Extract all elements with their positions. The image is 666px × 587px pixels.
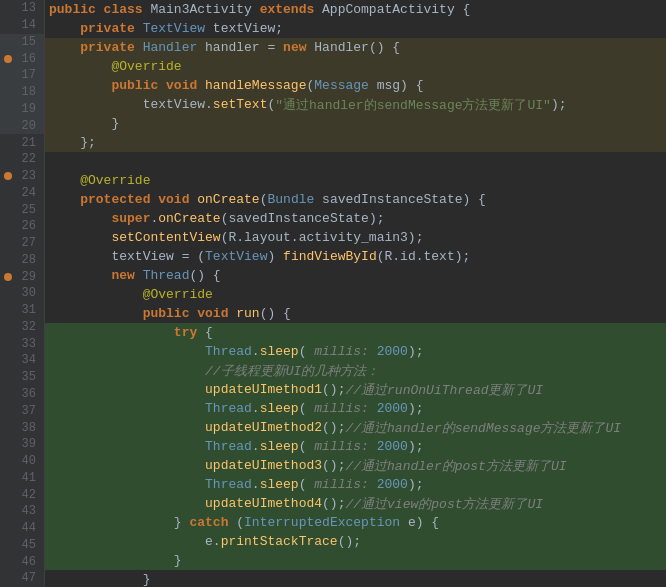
line-30: 30: [0, 285, 44, 302]
super-param: (savedInstanceState);: [221, 211, 385, 226]
keyword-private: private: [80, 40, 142, 55]
code-line-34: Thread.sleep( millis: 2000);: [45, 399, 666, 418]
indent: [49, 458, 205, 473]
keyword-super: super: [111, 211, 150, 226]
code-line-19: }: [45, 114, 666, 133]
fn-sleep: sleep: [260, 344, 299, 359]
line-14: 14: [0, 17, 44, 34]
line-num: 32: [22, 320, 36, 334]
code-line-37: updateUImethod3();//通过handler的post方法更新了U…: [45, 456, 666, 475]
fn-update4: updateUImethod4: [205, 496, 322, 511]
classname: Main3Activity: [150, 2, 259, 17]
line-46: 46: [0, 553, 44, 570]
line-32: 32: [0, 319, 44, 336]
try-brace: {: [205, 325, 213, 340]
line-44: 44: [0, 520, 44, 537]
line-num: 36: [22, 387, 36, 401]
cast-textview: TextView: [205, 249, 267, 264]
indent: [49, 344, 205, 359]
line-40: 40: [0, 453, 44, 470]
line-num: 24: [22, 186, 36, 200]
type-thread-ref: Thread: [205, 344, 252, 359]
code-line-15: private Handler handler = new Handler() …: [45, 38, 666, 57]
line-num: 17: [22, 68, 36, 82]
code-line-33: updateUImethod1();//通过runOnUiThread更新了UI: [45, 380, 666, 399]
fn-printstacktrace: printStackTrace: [221, 534, 338, 549]
keyword-public: public: [49, 2, 104, 17]
code-line-28: @Override: [45, 285, 666, 304]
line-47: 47: [0, 570, 44, 587]
dot: .: [252, 344, 260, 359]
code-line-25: setContentView(R.layout.activity_main3);: [45, 228, 666, 247]
fn-settext: setText: [213, 97, 268, 112]
line-num: 35: [22, 370, 36, 384]
code-line-36: Thread.sleep( millis: 2000);: [45, 437, 666, 456]
close-paren3: );: [408, 439, 424, 454]
indent: [49, 306, 143, 321]
param-name: msg) {: [377, 78, 424, 93]
close-brace: }: [111, 116, 119, 131]
fn-oncreate: onCreate: [197, 192, 259, 207]
line-num: 27: [22, 236, 36, 250]
code-line-13: public class Main3Activity extends AppCo…: [45, 0, 666, 19]
num-2000: 2000: [377, 344, 408, 359]
var-textview: textView;: [213, 21, 283, 36]
close-paren2: );: [408, 401, 424, 416]
code-content[interactable]: public class Main3Activity extends AppCo…: [45, 0, 666, 587]
line-20: 20: [0, 117, 44, 134]
keyword-void: void: [158, 192, 197, 207]
handler-constructor: Handler() {: [314, 40, 400, 55]
paren-close: );: [551, 97, 567, 112]
line-27: 27: [0, 235, 44, 252]
line-29: 29: [0, 268, 44, 285]
textview-assign: textView = (: [111, 249, 205, 264]
code-line-29: public void run() {: [45, 304, 666, 323]
code-line-30: try {: [45, 323, 666, 342]
line-15: 15: [0, 34, 44, 51]
indent: [49, 439, 205, 454]
line-num: 22: [22, 152, 36, 166]
line-num: 44: [22, 521, 36, 535]
line-num: 45: [22, 538, 36, 552]
num-2000-3: 2000: [377, 439, 408, 454]
line-18: 18: [0, 84, 44, 101]
comment-update-methods: //子线程更新UI的几种方法：: [205, 362, 379, 380]
keyword-public: public: [143, 306, 198, 321]
fn-run: run: [236, 306, 259, 321]
keyword-private: private: [80, 21, 142, 36]
line-36: 36: [0, 386, 44, 403]
override-annotation-2: @Override: [80, 173, 150, 188]
breakpoint-dot: [4, 55, 12, 63]
code-line-22: @Override: [45, 171, 666, 190]
line-25: 25: [0, 201, 44, 218]
line-num: 33: [22, 337, 36, 351]
call3: ();: [322, 458, 345, 473]
close-paren: );: [408, 344, 424, 359]
type-thread-ref2: Thread: [205, 401, 252, 416]
code-line-43: }: [45, 570, 666, 587]
line-num: 21: [22, 136, 36, 150]
keyword-new: new: [283, 40, 314, 55]
code-line-39: updateUImethod4();//通过view的post方法更新了UI: [45, 494, 666, 513]
line-num: 14: [22, 18, 36, 32]
indent: [49, 496, 205, 511]
code-line-38: Thread.sleep( millis: 2000);: [45, 475, 666, 494]
call4: ();: [322, 496, 345, 511]
indent: [49, 21, 80, 36]
indent: [49, 230, 111, 245]
code-line-17: public void handleMessage(Message msg) {: [45, 76, 666, 95]
line-28: 28: [0, 251, 44, 268]
line-31: 31: [0, 302, 44, 319]
close-paren4: );: [408, 477, 424, 492]
line-num: 26: [22, 219, 36, 233]
code-line-41: e.printStackTrace();: [45, 532, 666, 551]
keyword-class: class: [104, 2, 151, 17]
type-message: Message: [314, 78, 376, 93]
indent: [49, 249, 111, 264]
fn-setcontentview: setContentView: [111, 230, 220, 245]
line-41: 41: [0, 469, 44, 486]
close-try: }: [174, 515, 190, 530]
indent: [49, 515, 174, 530]
indent: [49, 135, 80, 150]
call1: ();: [322, 382, 345, 397]
